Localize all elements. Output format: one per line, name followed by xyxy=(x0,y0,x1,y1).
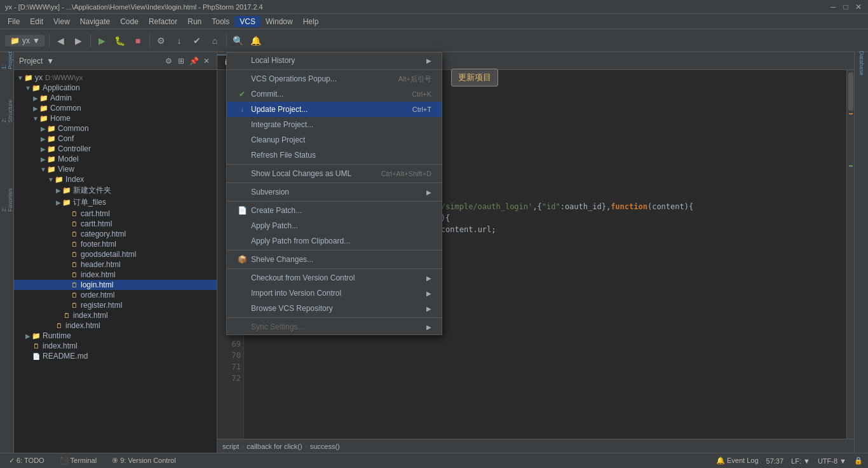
layout-icon[interactable]: ⊞ xyxy=(176,56,186,66)
tree-item-cart-html[interactable]: 🗒 cart.html xyxy=(14,209,217,219)
tree-item-order-files[interactable]: ▶ 📁 订单_files xyxy=(14,196,217,209)
menu-item-import[interactable]: Import into Version Control ▶ xyxy=(227,286,442,301)
menu-tools[interactable]: Tools xyxy=(207,16,234,27)
tree-item-index-dir[interactable]: ▼ 📁 Index xyxy=(14,174,217,184)
breadcrumb-callback[interactable]: callback for click() xyxy=(247,443,302,450)
run-button[interactable]: ▶ xyxy=(95,33,110,48)
menu-item-commit[interactable]: ✔ Commit... Ctrl+K xyxy=(227,86,442,102)
update-button[interactable]: ↓ xyxy=(172,33,187,48)
menu-item-integrate[interactable]: Integrate Project... xyxy=(227,117,442,132)
menu-navigate[interactable]: Navigate xyxy=(75,16,115,27)
settings-button[interactable]: ⚙ xyxy=(154,33,169,48)
tree-item-label: header.html xyxy=(81,260,121,269)
menu-item-label: Shelve Changes... xyxy=(251,255,313,264)
project-dropdown-icon[interactable]: ▼ xyxy=(46,57,54,65)
sidebar-tab-favorites[interactable]: 2: Favorites xyxy=(1,195,13,206)
tree-item-home[interactable]: ▼ 📁 Home xyxy=(14,113,217,123)
tree-item-runtime[interactable]: ▶ 📁 Runtime xyxy=(14,331,217,341)
menu-item-cleanup[interactable]: Cleanup Project xyxy=(227,132,442,148)
menu-vcs[interactable]: VCS xyxy=(234,16,261,27)
tree-item-label: README.md xyxy=(43,352,88,361)
tree-item-index-html-2[interactable]: 🗒 index.html xyxy=(14,310,217,320)
menu-item-refresh[interactable]: Refresh File Status xyxy=(227,148,442,163)
tree-item-cartt-html[interactable]: 🗒 cartt.html xyxy=(14,219,217,229)
tree-item-controller[interactable]: ▶ 📁 Controller xyxy=(14,144,217,154)
tree-item-yx[interactable]: ▼ 📁 yx D:\WWW\yx xyxy=(14,72,217,83)
pin-icon[interactable]: 📌 xyxy=(189,56,199,66)
status-position[interactable]: 57:37 xyxy=(766,457,784,465)
tree-item-order-html[interactable]: 🗒 order.html xyxy=(14,290,217,300)
tree-item-root-index-html[interactable]: 🗒 index.html xyxy=(14,341,217,351)
menu-item-apply-patch-clipboard[interactable]: Apply Patch from Clipboard... xyxy=(227,233,442,249)
status-terminal-button[interactable]: ⬛ Terminal xyxy=(56,456,100,465)
menu-item-subversion[interactable]: Subversion ▶ xyxy=(227,184,442,200)
tree-item-common-app[interactable]: ▶ 📁 Common xyxy=(14,103,217,113)
forward-button[interactable]: ▶ xyxy=(71,33,86,48)
stop-button[interactable]: ■ xyxy=(130,33,146,48)
arrow-icon: ▶ xyxy=(39,135,47,142)
tree-item-login-html[interactable]: 🗒 login.html xyxy=(14,280,217,290)
todo-icon: ✓ xyxy=(9,457,15,464)
menu-refactor[interactable]: Refactor xyxy=(144,16,182,27)
tree-item-model[interactable]: ▶ 📁 Model xyxy=(14,154,217,164)
tree-item-admin[interactable]: ▶ 📁 Admin xyxy=(14,93,217,103)
tree-item-application[interactable]: ▼ 📁 Application xyxy=(14,83,217,93)
menu-item-vcs-ops[interactable]: VCS Operations Popup... Alt+后引号 xyxy=(227,71,442,86)
menu-item-apply-patch[interactable]: Apply Patch... xyxy=(227,218,442,233)
terminal-icon: ⬛ xyxy=(60,457,69,464)
tree-item-footer-html[interactable]: 🗒 footer.html xyxy=(14,239,217,249)
status-event-log[interactable]: 🔔 Event Log xyxy=(716,457,759,465)
tree-item-goodsdetail-html[interactable]: 🗒 goodsdetail.html xyxy=(14,249,217,259)
breadcrumb-success[interactable]: success() xyxy=(310,443,340,450)
editor-scrollbar[interactable] xyxy=(846,70,854,439)
settings-gear-icon[interactable]: ⚙ xyxy=(163,56,173,66)
tree-item-view[interactable]: ▼ 📁 View xyxy=(14,164,217,174)
menu-item-local-history[interactable]: Local History ▶ xyxy=(227,53,442,68)
tree-item-index-html-3[interactable]: 🗒 index.html xyxy=(14,320,217,331)
tree-item-category-html[interactable]: 🗒 category.html xyxy=(14,229,217,239)
breadcrumb-script[interactable]: script xyxy=(222,443,239,450)
menu-edit[interactable]: Edit xyxy=(25,16,48,27)
maximize-button[interactable]: □ xyxy=(841,3,850,11)
tree-item-register-html[interactable]: 🗒 register.html xyxy=(14,300,217,310)
scrollbar-thumb[interactable] xyxy=(848,72,853,111)
status-lf[interactable]: LF: ▼ xyxy=(791,457,810,465)
close-button[interactable]: ✕ xyxy=(854,3,863,11)
menu-run[interactable]: Run xyxy=(182,16,207,27)
vcs-button[interactable]: ⌂ xyxy=(207,33,222,48)
tree-item-conf[interactable]: ▶ 📁 Conf xyxy=(14,134,217,144)
tree-item-readme[interactable]: 📄 README.md xyxy=(14,351,217,361)
status-todo-button[interactable]: ✓ 6: TODO xyxy=(5,456,48,465)
tree-item-common-home[interactable]: ▶ 📁 Common xyxy=(14,123,217,134)
menu-code[interactable]: Code xyxy=(115,16,144,27)
project-selector[interactable]: 📁 yx ▼ xyxy=(5,35,45,46)
menu-file[interactable]: File xyxy=(3,16,25,27)
menu-item-checkout[interactable]: Checkout from Version Control ▶ xyxy=(227,270,442,286)
menu-help[interactable]: Help xyxy=(298,16,324,27)
menu-window[interactable]: Window xyxy=(261,16,298,27)
menu-item-create-patch[interactable]: 📄 Create Patch... xyxy=(227,203,442,218)
menu-item-browse-vcs[interactable]: Browse VCS Repository ▶ xyxy=(227,301,442,316)
menu-item-update-project[interactable]: ↓ Update Project... Ctrl+T xyxy=(227,102,442,117)
close-panel-icon[interactable]: ✕ xyxy=(201,56,212,66)
right-sidebar: Database xyxy=(854,52,868,453)
database-tab[interactable]: Database xyxy=(856,57,867,69)
sidebar-tab-project[interactable]: 1: Project xyxy=(1,55,13,66)
menu-item-show-local[interactable]: Show Local Changes as UML Ctrl+Alt+Shift… xyxy=(227,166,442,181)
tree-item-new-files[interactable]: ▶ 📁 新建文件夹 xyxy=(14,184,217,196)
menu-view[interactable]: View xyxy=(48,16,75,27)
menu-item-label: Sync Settings... xyxy=(251,322,304,331)
minimize-button[interactable]: ─ xyxy=(829,3,837,11)
menu-item-shelve[interactable]: 📦 Shelve Changes... xyxy=(227,252,442,267)
arrow-icon: ▶ xyxy=(39,156,47,163)
back-button[interactable]: ◀ xyxy=(53,33,69,48)
notifications-button[interactable]: 🔔 xyxy=(248,33,264,48)
status-vc-button[interactable]: ⑨ 9: Version Control xyxy=(108,456,180,465)
tree-item-header-html[interactable]: 🗒 header.html xyxy=(14,259,217,270)
search-button[interactable]: 🔍 xyxy=(231,33,246,48)
commit-button[interactable]: ✔ xyxy=(189,33,205,48)
status-encoding[interactable]: UTF-8 ▼ xyxy=(818,457,846,465)
tree-item-index-html[interactable]: 🗒 index.html xyxy=(14,270,217,280)
sidebar-tab-structure[interactable]: 2: Structure xyxy=(1,106,13,117)
debug-button[interactable]: 🐛 xyxy=(112,33,128,48)
